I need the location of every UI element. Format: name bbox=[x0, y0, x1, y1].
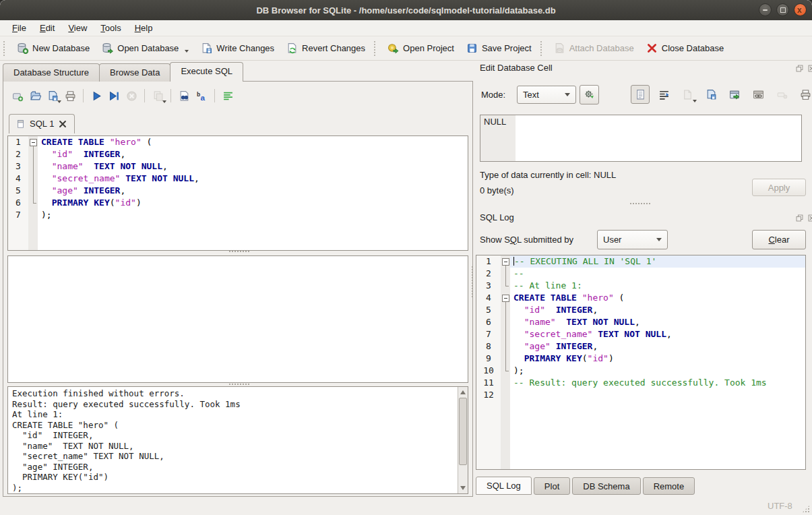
menu-help[interactable]: Help bbox=[128, 22, 160, 34]
code-text bbox=[510, 389, 805, 401]
mode-value: Text bbox=[523, 90, 539, 100]
chevron-down-icon bbox=[656, 238, 662, 241]
float-icon[interactable] bbox=[795, 64, 804, 73]
run-line-button[interactable] bbox=[105, 87, 123, 104]
fold-marker-icon[interactable] bbox=[501, 292, 510, 304]
revert-changes-icon bbox=[286, 42, 298, 54]
menu-view[interactable]: View bbox=[61, 22, 94, 34]
run-all-button[interactable] bbox=[88, 87, 105, 104]
line-number: 7 bbox=[476, 328, 501, 340]
code-text: -- At line 1: bbox=[510, 280, 805, 292]
fold-guide bbox=[501, 389, 510, 401]
sql-file-icon bbox=[16, 119, 26, 129]
tab-execute-sql[interactable]: Execute SQL bbox=[170, 62, 243, 82]
sql-editor-toolbar: ba bbox=[9, 87, 237, 104]
message-log-text: Execution finished without errors. Resul… bbox=[12, 388, 454, 493]
dropdown-caret-icon[interactable] bbox=[185, 50, 189, 53]
tab-sql-log[interactable]: SQL Log bbox=[476, 477, 532, 495]
tab-db-schema[interactable]: DB Schema bbox=[572, 477, 640, 495]
toolbar-handle-icon bbox=[540, 41, 544, 56]
scroll-thumb[interactable] bbox=[459, 398, 467, 465]
tab-browse-data[interactable]: Browse Data bbox=[99, 63, 170, 82]
fold-guide bbox=[28, 197, 38, 209]
minimize-button[interactable] bbox=[759, 3, 772, 16]
new-database-button[interactable]: New Database bbox=[11, 40, 95, 57]
maximize-button[interactable] bbox=[776, 3, 789, 16]
maximize-icon bbox=[780, 7, 786, 13]
tab-remote[interactable]: Remote bbox=[643, 477, 695, 495]
menu-edit[interactable]: Edit bbox=[33, 22, 61, 34]
word-wrap-button[interactable]: ba bbox=[193, 87, 210, 104]
submitted-by-select[interactable]: User bbox=[597, 230, 668, 249]
scroll-down-icon[interactable] bbox=[460, 486, 466, 490]
dock-close-icon[interactable] bbox=[807, 214, 812, 222]
word-wrap2-button[interactable] bbox=[654, 85, 673, 104]
code-text: CREATE TABLE "hero" ( bbox=[38, 136, 468, 148]
code-text: "id" INTEGER, bbox=[38, 148, 468, 160]
write-changes-button[interactable]: Write Changes bbox=[195, 40, 280, 57]
format-sql-button[interactable] bbox=[219, 87, 237, 104]
fold-guide bbox=[501, 316, 510, 328]
dropdown-caret-icon bbox=[162, 100, 166, 103]
resize-grip-icon[interactable] bbox=[802, 505, 810, 513]
sql-log-view[interactable]: 1-- EXECUTING ALL IN 'SQL 1'2--3-- At li… bbox=[476, 255, 806, 470]
open-file-button[interactable] bbox=[26, 87, 44, 104]
clear-button[interactable]: Clear bbox=[752, 230, 806, 249]
line-number: 12 bbox=[476, 389, 501, 401]
open-database-icon bbox=[102, 42, 113, 54]
cell-type-info: Type of data currently in cell: NULL bbox=[480, 170, 616, 180]
link-button[interactable] bbox=[749, 85, 768, 104]
dock-close-icon[interactable] bbox=[807, 64, 812, 73]
cell-log-splitter-handle[interactable] bbox=[630, 203, 650, 207]
menu-file[interactable]: File bbox=[5, 22, 33, 34]
fold-marker-icon[interactable] bbox=[28, 136, 38, 148]
save-project-button[interactable]: Save Project bbox=[461, 40, 537, 57]
fold-marker-icon[interactable] bbox=[501, 255, 510, 268]
tab-database-structure[interactable]: Database Structure bbox=[3, 63, 100, 82]
sql-editor[interactable]: 1CREATE TABLE "hero" (2 "id" INTEGER,3 "… bbox=[7, 135, 468, 251]
tab-sql-1[interactable]: SQL 1 bbox=[9, 114, 75, 133]
find-button[interactable] bbox=[175, 87, 193, 104]
stop-button bbox=[123, 87, 140, 104]
open-database-button[interactable]: Open Database bbox=[96, 40, 194, 57]
export-cell-button[interactable] bbox=[725, 85, 744, 104]
apply-settings-button[interactable] bbox=[580, 85, 599, 104]
close-database-button[interactable]: Close Database bbox=[641, 40, 730, 57]
text-document-button[interactable] bbox=[631, 85, 650, 104]
gear-icon bbox=[584, 88, 595, 102]
code-text: -- EXECUTING ALL IN 'SQL 1' bbox=[510, 255, 805, 268]
line-number: 4 bbox=[8, 173, 28, 185]
close-button[interactable]: x bbox=[794, 3, 807, 16]
code-line: 3 "name" TEXT NOT NULL, bbox=[8, 160, 468, 173]
new-tab-icon bbox=[12, 90, 24, 102]
print-button[interactable] bbox=[61, 87, 79, 104]
save-cell-button[interactable] bbox=[701, 85, 720, 104]
message-log-scrollbar[interactable] bbox=[458, 387, 468, 493]
tab-plot[interactable]: Plot bbox=[534, 477, 570, 495]
line-number: 2 bbox=[476, 268, 501, 280]
revert-changes-button[interactable]: Revert Changes bbox=[281, 40, 371, 57]
edit-cell-title: Edit Database Cell bbox=[480, 63, 553, 73]
editor-splitter-handle[interactable] bbox=[229, 251, 249, 255]
open-project-button[interactable]: Open Project bbox=[382, 40, 460, 57]
code-text: -- bbox=[510, 268, 805, 280]
float-icon[interactable] bbox=[795, 214, 804, 222]
scroll-up-icon[interactable] bbox=[460, 390, 466, 394]
code-text: PRIMARY KEY("id") bbox=[510, 353, 805, 365]
menu-tools[interactable]: Tools bbox=[94, 22, 127, 34]
word-wrap-icon: ba bbox=[196, 90, 208, 102]
mode-select[interactable]: Text bbox=[517, 86, 576, 104]
fold-guide bbox=[501, 304, 510, 316]
message-log: Execution finished without errors. Resul… bbox=[7, 386, 468, 494]
tab-close-icon[interactable] bbox=[58, 119, 67, 129]
line-number: 8 bbox=[476, 340, 501, 353]
print-cell-button[interactable] bbox=[796, 85, 812, 104]
apply-button[interactable]: Apply bbox=[752, 179, 806, 196]
code-text: "age" INTEGER, bbox=[510, 340, 805, 353]
cell-editor[interactable]: NULL bbox=[480, 115, 802, 162]
line-number: 4 bbox=[476, 292, 501, 304]
new-tab-button[interactable] bbox=[9, 87, 26, 104]
chevron-down-icon bbox=[565, 93, 570, 96]
save-file-button[interactable] bbox=[44, 87, 61, 104]
close-icon: x bbox=[797, 6, 802, 14]
